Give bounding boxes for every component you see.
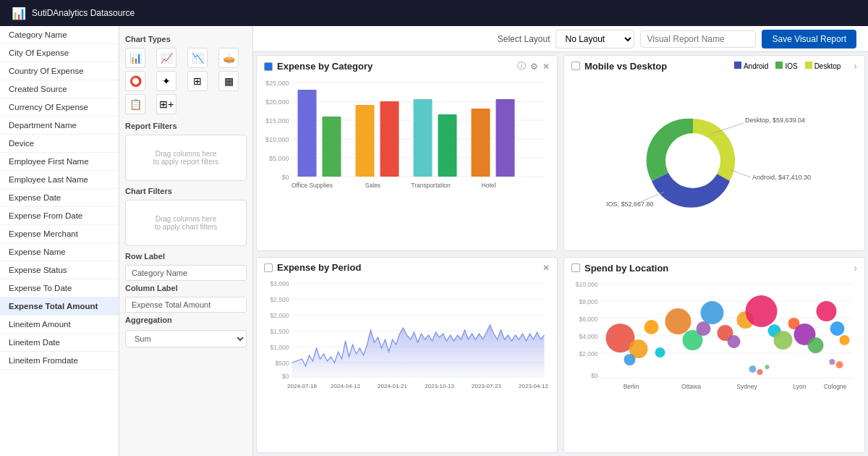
sidebar-item[interactable]: City Of Expense [0,44,119,62]
expand-icon-location[interactable]: › [854,262,857,274]
chart-types-grid: 📊 📈 📉 🥧 ⭕ ✦ ⊞ ▦ 📋 ⊞+ [125,48,247,114]
sidebar-item[interactable]: Expense Date [0,189,119,207]
area-chart-icon[interactable]: 📉 [187,48,208,68]
settings-icon[interactable]: ⚙ [530,62,538,72]
add-chart-icon[interactable]: ⊞+ [156,94,176,114]
svg-point-24 [665,133,720,188]
row-label-title: Row Label [125,252,247,261]
svg-text:$5,000: $5,000 [269,155,289,162]
info-icon[interactable]: ⓘ [517,60,526,72]
donut-chart-icon[interactable]: ⭕ [125,71,145,91]
svg-marker-45 [292,325,545,377]
sidebar-item[interactable]: Expense To Date [0,279,119,297]
svg-point-78 [774,331,793,350]
svg-text:$10,000: $10,000 [265,136,289,143]
svg-text:$1,500: $1,500 [271,328,289,335]
report-filters-drag: Drag columns here to apply report filter… [125,135,247,181]
svg-text:Transportation: Transportation [411,182,451,189]
sidebar-item[interactable]: Lineitem Date [0,334,119,352]
expense-by-period-checkbox[interactable] [264,263,273,272]
svg-point-81 [808,337,824,353]
svg-text:$500: $500 [276,360,289,367]
save-visual-button[interactable]: Save Visual Report [762,30,856,48]
svg-text:$0: $0 [591,372,598,379]
row-label-field: Category Name [125,265,247,281]
ios-legend-label: IOS [785,62,797,70]
mobile-vs-desktop-checkbox[interactable] [571,62,580,70]
svg-text:$6,000: $6,000 [579,316,598,323]
app-header: 📊 SutiDAnalytics Datasource [0,0,868,26]
aggregation-title: Aggregation [125,316,247,324]
sidebar-item[interactable]: Created Source [0,80,119,98]
visual-name-input[interactable] [640,30,756,48]
mobile-vs-desktop-legend: Android IOS Desktop [684,62,848,70]
sidebar-item[interactable]: Category Name [0,26,119,44]
svg-rect-13 [323,117,341,177]
chart-filters-title: Chart Filters [125,187,247,195]
svg-text:2024-01-21: 2024-01-21 [378,383,407,389]
sidebar-item[interactable]: Expense From Date [0,207,119,225]
layout-select[interactable]: No Layout [556,30,634,48]
svg-text:2023-04-12: 2023-04-12 [519,383,548,389]
expense-by-period-title: Expense by Period [277,262,361,273]
expense-by-period-actions: ✕ [542,263,550,273]
sidebar-item[interactable]: Lineitem Amount [0,316,119,334]
svg-text:Cologne: Cologne [824,383,847,390]
expense-by-category-actions: ⓘ ⚙ ✕ [517,60,550,72]
sidebar-item[interactable]: Expense Status [0,261,119,279]
close-icon-period[interactable]: ✕ [542,263,550,273]
sidebar-item[interactable]: Employee First Name [0,153,119,171]
table-chart-icon[interactable]: ▦ [218,71,239,91]
svg-text:Ottawa: Ottawa [681,383,701,390]
expense-by-category-header: Expense by Category ⓘ ⚙ ✕ [257,56,557,75]
close-icon[interactable]: ✕ [542,62,550,72]
expense-by-category-checkbox[interactable] [264,62,273,71]
sidebar-item[interactable]: Expense Merchant [0,225,119,243]
content-area: Select Layout No Layout Save Visual Repo… [253,26,868,456]
spend-by-location-card: Spend by Location › $10,000 $8,000 $6,00… [563,257,865,453]
svg-rect-18 [472,109,490,177]
combo-chart-icon[interactable]: ⊞ [187,71,208,91]
chart-filters-drag: Drag columns here to apply chart filters [125,200,247,246]
mobile-vs-desktop-card: Mobile vs Desktop Android IOS Desktop › [563,55,865,251]
svg-text:Lyon: Lyon [793,383,806,390]
svg-point-88 [830,359,835,365]
svg-rect-14 [356,105,375,177]
android-legend-color [734,62,741,69]
spend-by-location-checkbox[interactable] [571,263,580,272]
expense-by-category-title: Expense by Category [277,61,373,72]
svg-text:2023-10-13: 2023-10-13 [425,383,454,389]
aggregation-select[interactable]: Sum Average Count [125,330,247,347]
sidebar-item[interactable]: Employee Last Name [0,171,119,189]
pivot-chart-icon[interactable]: 📋 [125,94,145,114]
sidebar-item[interactable]: Expense Name [0,243,119,261]
svg-text:Hotel: Hotel [482,182,496,189]
expand-icon[interactable]: › [854,60,857,72]
android-legend-label: Android [744,62,768,70]
svg-point-89 [836,361,843,368]
desktop-legend-label: Desktop [814,62,841,70]
line-chart-icon[interactable]: 📈 [156,48,176,68]
sidebar-item[interactable]: Currency Of Expense [0,98,119,117]
svg-rect-16 [414,99,433,177]
svg-point-69 [665,308,692,334]
svg-text:$8,000: $8,000 [579,298,598,305]
scatter-chart-icon[interactable]: ✦ [156,71,176,91]
sidebar-item[interactable]: Device [0,135,119,153]
report-filters-title: Report Filters [125,122,247,130]
sidebar-item[interactable]: Lineitem Fromdate [0,352,119,370]
middle-panel: Chart Types 📊 📈 📉 🥧 ⭕ ✦ ⊞ ▦ 📋 ⊞+ Report … [119,26,253,456]
svg-point-72 [701,301,724,324]
sidebar-item[interactable]: Expense Total Amount [0,297,119,316]
sidebar-item[interactable]: Country Of Expense [0,62,119,80]
svg-text:Sales: Sales [365,182,380,189]
svg-point-82 [817,301,837,321]
svg-text:Desktop, $59,639.04: Desktop, $59,639.04 [745,117,805,124]
svg-text:$15,000: $15,000 [265,117,289,124]
svg-point-83 [830,321,845,336]
bar-chart-icon[interactable]: 📊 [125,48,145,68]
svg-text:2024-04-12: 2024-04-12 [331,383,360,389]
sidebar-item[interactable]: Department Name [0,117,119,135]
svg-point-76 [746,295,778,327]
pie-chart-icon[interactable]: 🥧 [218,48,239,68]
